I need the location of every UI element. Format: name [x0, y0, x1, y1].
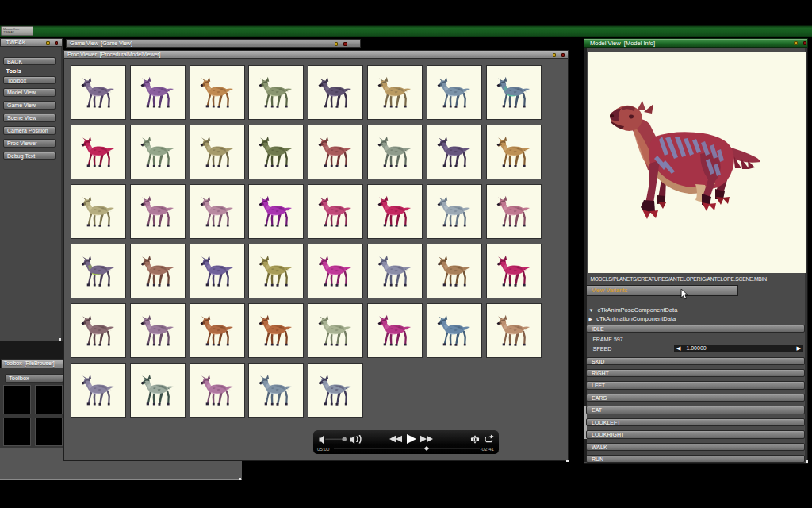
svg-text:05:00: 05:00 — [317, 445, 330, 451]
svg-text:-02:41: -02:41 — [480, 445, 494, 451]
